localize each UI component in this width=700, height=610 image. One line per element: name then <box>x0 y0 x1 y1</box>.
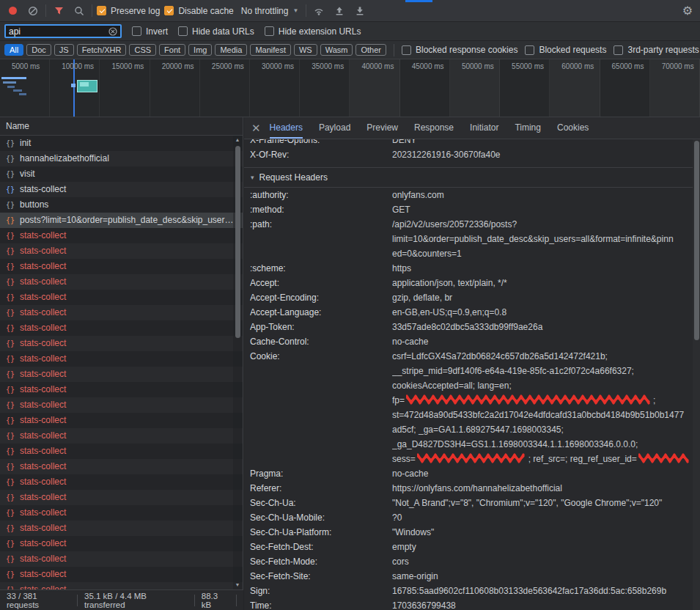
clear-filter-icon[interactable] <box>108 27 117 36</box>
blocked-requests-label: Blocked requests <box>539 45 606 55</box>
request-row[interactable]: {}buttons <box>0 197 243 213</box>
tab-initiator[interactable]: Initiator <box>470 117 498 139</box>
request-row[interactable]: {}stats-collect <box>0 243 243 259</box>
clear-button[interactable] <box>25 3 41 19</box>
chip-all[interactable]: All <box>4 44 23 56</box>
chip-fetch-xhr[interactable]: Fetch/XHR <box>77 44 127 56</box>
header-row: Cache-Control:no-cache <box>250 334 693 349</box>
request-headers-rows: :authority:onlyfans.com:method:GET:path:… <box>250 188 693 610</box>
request-row[interactable]: {}stats-collect <box>0 367 243 382</box>
request-row[interactable]: {}stats-collect <box>0 228 243 243</box>
scroll-down-icon[interactable]: ▼ <box>233 581 242 589</box>
disable-cache-checkbox[interactable]: Disable cache <box>164 6 233 16</box>
settings-gear-icon[interactable]: ⚙ <box>679 3 696 19</box>
network-conditions-button[interactable] <box>311 3 327 19</box>
request-row[interactable]: {}stats-collect <box>0 536 243 551</box>
request-row[interactable]: {}stats-collect <box>0 320 243 336</box>
chip-doc[interactable]: Doc <box>26 44 51 56</box>
script-icon: {} <box>6 490 15 505</box>
filter-input-box[interactable] <box>4 24 122 38</box>
blocked-response-cookies-checkbox[interactable]: Blocked response cookies <box>402 45 517 55</box>
request-row[interactable]: {}stats-collect <box>0 444 243 459</box>
request-row[interactable]: {}stats-collect <box>0 521 243 536</box>
blocked-requests-checkbox[interactable]: Blocked requests <box>525 45 606 55</box>
tab-timing[interactable]: Timing <box>515 117 541 139</box>
request-row[interactable]: {}stats-collect <box>0 474 243 490</box>
request-row[interactable]: {}stats-collect <box>0 274 243 290</box>
chip-css[interactable]: CSS <box>129 44 156 56</box>
request-headers-section-header[interactable]: ▾ Request Headers <box>244 168 693 188</box>
chip-img[interactable]: Img <box>188 44 212 56</box>
request-row[interactable]: {}stats-collect <box>0 413 243 428</box>
header-value: empty <box>392 540 693 554</box>
request-row[interactable]: {}stats-collect <box>0 567 243 582</box>
header-name: X-Frame-Options: <box>250 139 392 147</box>
request-row[interactable]: {}stats-collect <box>0 459 243 474</box>
timeline-label: 15000 ms <box>111 62 144 70</box>
invert-checkbox[interactable]: Invert <box>132 26 168 37</box>
script-icon: {} <box>6 136 15 151</box>
request-row[interactable]: {}stats-collect <box>0 582 243 589</box>
record-button[interactable] <box>4 3 21 19</box>
chip-font[interactable]: Font <box>159 44 185 56</box>
request-row[interactable]: {}stats-collect <box>0 259 243 274</box>
request-row[interactable]: {}init <box>0 136 243 151</box>
header-row: Cookie:csrf=LdfcGX4Sa72db06824c657db26a5… <box>250 349 693 466</box>
request-row[interactable]: {}stats-collect <box>0 336 243 351</box>
timeline-label: 40000 ms <box>361 62 394 70</box>
blocked-response-cookies-label: Blocked response cookies <box>416 45 517 55</box>
request-name: stats-collect <box>20 523 66 533</box>
name-column-header[interactable]: Name <box>0 117 243 136</box>
chip-manifest[interactable]: Manifest <box>250 44 291 56</box>
export-har-button[interactable] <box>352 3 368 19</box>
tab-preview[interactable]: Preview <box>366 117 398 139</box>
scrollbar-thumb[interactable] <box>235 146 240 338</box>
request-row[interactable]: {}stats-collect <box>0 182 243 197</box>
timeline-overview[interactable]: 5000 ms10000 ms15000 ms20000 ms25000 ms3… <box>0 59 700 117</box>
request-name: stats-collect <box>20 338 66 348</box>
script-icon: {} <box>6 551 15 567</box>
request-list-scrollbar[interactable]: ▲ ▼ <box>233 136 242 589</box>
request-row[interactable]: {}stats-collect <box>0 290 243 305</box>
preserve-log-checkbox[interactable]: Preserve log <box>97 6 160 16</box>
chip-wasm[interactable]: Wasm <box>320 44 353 56</box>
timeline-label: 70000 ms <box>662 62 694 70</box>
filter-toggle-button[interactable] <box>51 3 67 19</box>
third-party-requests-checkbox[interactable]: 3rd-party requests <box>614 45 699 55</box>
tab-headers[interactable]: Headers <box>270 117 303 139</box>
timeline-label: 50000 ms <box>462 62 494 70</box>
response-headers-rows: X-Frame-Options:DENYX-Of-Rev:20231226191… <box>250 139 693 162</box>
throttling-select[interactable]: No throttling ▼ <box>238 6 302 16</box>
tab-cookies[interactable]: Cookies <box>557 117 589 139</box>
request-row[interactable]: {}stats-collect <box>0 551 243 567</box>
scroll-up-icon[interactable]: ▲ <box>233 136 242 144</box>
chip-other[interactable]: Other <box>355 44 386 56</box>
request-row[interactable]: {}stats-collect <box>0 490 243 505</box>
request-row[interactable]: {}stats-collect <box>0 505 243 521</box>
waterfall-bar <box>19 93 26 95</box>
request-row[interactable]: {}hannahelizabethofficial <box>0 151 243 166</box>
details-scrollbar[interactable] <box>693 139 700 610</box>
request-row[interactable]: {}stats-collect <box>0 382 243 397</box>
headers-panel[interactable]: X-Frame-Options:DENYX-Of-Rev:20231226191… <box>244 139 693 610</box>
request-row[interactable]: {}posts?limit=10&order=publish_date_desc… <box>0 213 243 228</box>
request-row[interactable]: {}stats-collect <box>0 351 243 367</box>
chip-media[interactable]: Media <box>215 44 247 56</box>
hide-data-urls-checkbox[interactable]: Hide data URLs <box>178 26 254 37</box>
filter-input[interactable] <box>9 26 106 37</box>
request-row[interactable]: {}stats-collect <box>0 397 243 413</box>
search-button[interactable] <box>71 3 87 19</box>
timeline-label: 25000 ms <box>212 62 244 70</box>
chip-js[interactable]: JS <box>54 44 74 56</box>
scrollbar-thumb[interactable] <box>694 141 699 340</box>
request-row[interactable]: {}visit <box>0 166 243 182</box>
hide-extension-urls-checkbox[interactable]: Hide extension URLs <box>265 26 361 37</box>
request-row[interactable]: {}stats-collect <box>0 428 243 444</box>
chip-ws[interactable]: WS <box>294 44 317 56</box>
tab-payload[interactable]: Payload <box>319 117 350 139</box>
request-row[interactable]: {}stats-collect <box>0 305 243 320</box>
close-icon[interactable]: ✕ <box>251 122 261 133</box>
import-har-button[interactable] <box>331 3 347 19</box>
waterfall-bar <box>1 77 26 79</box>
tab-response[interactable]: Response <box>414 117 454 139</box>
